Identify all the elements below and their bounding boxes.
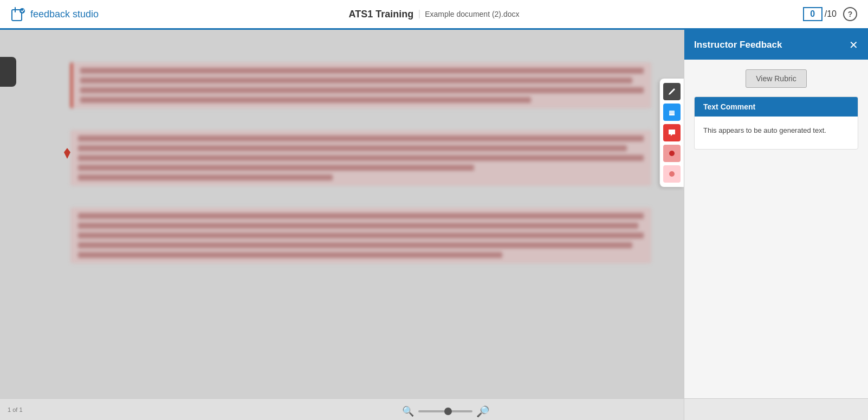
document-area: 1 of 1 🔍 🔎 xyxy=(0,30,684,420)
help-button[interactable]: ? xyxy=(843,7,857,21)
text-comment-header: Text Comment xyxy=(695,97,858,117)
toolbar-highlight[interactable] xyxy=(663,104,681,121)
paragraph-1 xyxy=(70,62,651,108)
panel-bottom-bar xyxy=(684,398,868,420)
zoom-slider[interactable] xyxy=(418,410,472,412)
panel-title: Instructor Feedback xyxy=(694,40,782,50)
panel-body: View Rubric Text Comment This appears to… xyxy=(684,60,868,398)
text-comment-section: Text Comment This appears to be auto gen… xyxy=(694,96,858,150)
zoom-out-button[interactable]: 🔍 xyxy=(402,405,414,417)
svg-rect-3 xyxy=(669,114,675,115)
logo: feedback studio xyxy=(11,7,99,22)
document-name: Example document (2).docx xyxy=(419,10,519,18)
header-center: ATS1 Training Example document (2).docx xyxy=(349,9,520,20)
zoom-in-button[interactable]: 🔎 xyxy=(476,405,489,418)
app-header: feedback studio ATS1 Training Example do… xyxy=(0,0,868,30)
instructor-feedback-panel: Instructor Feedback ✕ View Rubric Text C… xyxy=(684,30,868,420)
document-bottom-bar: 1 of 1 xyxy=(0,398,684,420)
document-title: ATS1 Training xyxy=(349,9,414,20)
zoom-controls: 🔍 🔎 xyxy=(402,405,489,417)
score-total: /10 xyxy=(825,9,837,19)
paragraph-3 xyxy=(70,208,651,263)
page-info: 1 of 1 xyxy=(8,406,23,413)
logo-text: feedback studio xyxy=(30,9,99,20)
svg-point-5 xyxy=(669,171,675,177)
svg-rect-2 xyxy=(669,111,675,115)
panel-close-button[interactable]: ✕ xyxy=(849,40,858,50)
view-rubric-button[interactable]: View Rubric xyxy=(746,69,806,88)
toolbar-mark2[interactable] xyxy=(663,165,681,183)
panel-header: Instructor Feedback ✕ xyxy=(684,30,868,60)
document-paragraphs xyxy=(70,62,651,263)
paragraph-2 xyxy=(70,130,651,186)
score-value[interactable]: 0 xyxy=(803,7,822,21)
zoom-slider-thumb[interactable] xyxy=(444,408,452,415)
toolbar-comment[interactable] xyxy=(663,124,681,141)
logo-icon xyxy=(11,7,26,22)
annotation-toolbar xyxy=(659,79,684,187)
main-content: 1 of 1 🔍 🔎 Instructor Feedback ✕ View Ru… xyxy=(0,30,868,420)
avatar xyxy=(0,57,16,87)
text-comment-body: This appears to be auto generated text. xyxy=(695,117,858,149)
header-right: 0 /10 ? xyxy=(803,7,857,21)
svg-point-1 xyxy=(20,8,25,14)
text-comment-text: This appears to be auto generated text. xyxy=(703,126,826,134)
score-box: 0 /10 xyxy=(803,7,837,21)
toolbar-mark1[interactable] xyxy=(663,145,681,162)
toolbar-pencil[interactable] xyxy=(663,83,681,100)
svg-point-4 xyxy=(669,151,675,156)
